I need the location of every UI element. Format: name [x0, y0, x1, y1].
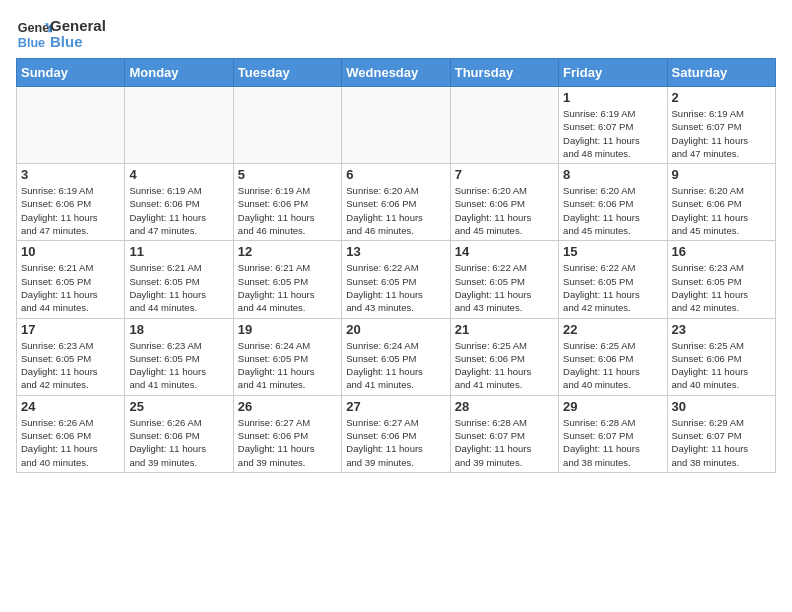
weekday-header-monday: Monday	[125, 59, 233, 87]
day-number: 2	[672, 90, 771, 105]
day-info: Sunrise: 6:20 AM Sunset: 6:06 PM Dayligh…	[563, 184, 662, 237]
day-info: Sunrise: 6:29 AM Sunset: 6:07 PM Dayligh…	[672, 416, 771, 469]
week-row-0: 1Sunrise: 6:19 AM Sunset: 6:07 PM Daylig…	[17, 87, 776, 164]
day-number: 29	[563, 399, 662, 414]
calendar: SundayMondayTuesdayWednesdayThursdayFrid…	[16, 58, 776, 473]
day-number: 1	[563, 90, 662, 105]
day-number: 11	[129, 244, 228, 259]
day-info: Sunrise: 6:22 AM Sunset: 6:05 PM Dayligh…	[455, 261, 554, 314]
day-info: Sunrise: 6:26 AM Sunset: 6:06 PM Dayligh…	[21, 416, 120, 469]
page: General Blue General Blue SundayMondayTu…	[0, 0, 792, 489]
day-info: Sunrise: 6:19 AM Sunset: 6:06 PM Dayligh…	[21, 184, 120, 237]
logo-icon: General Blue	[16, 16, 52, 52]
day-number: 23	[672, 322, 771, 337]
calendar-cell: 2Sunrise: 6:19 AM Sunset: 6:07 PM Daylig…	[667, 87, 775, 164]
day-number: 8	[563, 167, 662, 182]
day-number: 21	[455, 322, 554, 337]
calendar-cell: 13Sunrise: 6:22 AM Sunset: 6:05 PM Dayli…	[342, 241, 450, 318]
calendar-cell: 30Sunrise: 6:29 AM Sunset: 6:07 PM Dayli…	[667, 395, 775, 472]
day-number: 16	[672, 244, 771, 259]
day-info: Sunrise: 6:19 AM Sunset: 6:07 PM Dayligh…	[672, 107, 771, 160]
day-info: Sunrise: 6:20 AM Sunset: 6:06 PM Dayligh…	[672, 184, 771, 237]
day-number: 19	[238, 322, 337, 337]
day-info: Sunrise: 6:19 AM Sunset: 6:07 PM Dayligh…	[563, 107, 662, 160]
calendar-cell: 27Sunrise: 6:27 AM Sunset: 6:06 PM Dayli…	[342, 395, 450, 472]
day-number: 22	[563, 322, 662, 337]
day-info: Sunrise: 6:26 AM Sunset: 6:06 PM Dayligh…	[129, 416, 228, 469]
day-number: 12	[238, 244, 337, 259]
calendar-cell: 18Sunrise: 6:23 AM Sunset: 6:05 PM Dayli…	[125, 318, 233, 395]
day-info: Sunrise: 6:20 AM Sunset: 6:06 PM Dayligh…	[455, 184, 554, 237]
calendar-cell: 5Sunrise: 6:19 AM Sunset: 6:06 PM Daylig…	[233, 164, 341, 241]
weekday-header-friday: Friday	[559, 59, 667, 87]
day-info: Sunrise: 6:19 AM Sunset: 6:06 PM Dayligh…	[129, 184, 228, 237]
calendar-cell: 24Sunrise: 6:26 AM Sunset: 6:06 PM Dayli…	[17, 395, 125, 472]
weekday-header-row: SundayMondayTuesdayWednesdayThursdayFrid…	[17, 59, 776, 87]
calendar-cell: 26Sunrise: 6:27 AM Sunset: 6:06 PM Dayli…	[233, 395, 341, 472]
day-info: Sunrise: 6:27 AM Sunset: 6:06 PM Dayligh…	[238, 416, 337, 469]
calendar-cell: 29Sunrise: 6:28 AM Sunset: 6:07 PM Dayli…	[559, 395, 667, 472]
day-number: 3	[21, 167, 120, 182]
week-row-1: 3Sunrise: 6:19 AM Sunset: 6:06 PM Daylig…	[17, 164, 776, 241]
day-info: Sunrise: 6:24 AM Sunset: 6:05 PM Dayligh…	[346, 339, 445, 392]
day-number: 18	[129, 322, 228, 337]
day-number: 27	[346, 399, 445, 414]
calendar-cell: 7Sunrise: 6:20 AM Sunset: 6:06 PM Daylig…	[450, 164, 558, 241]
weekday-header-saturday: Saturday	[667, 59, 775, 87]
weekday-header-thursday: Thursday	[450, 59, 558, 87]
logo-general: General	[50, 18, 106, 35]
week-row-2: 10Sunrise: 6:21 AM Sunset: 6:05 PM Dayli…	[17, 241, 776, 318]
day-number: 5	[238, 167, 337, 182]
calendar-cell	[450, 87, 558, 164]
day-info: Sunrise: 6:21 AM Sunset: 6:05 PM Dayligh…	[21, 261, 120, 314]
calendar-cell	[125, 87, 233, 164]
day-number: 10	[21, 244, 120, 259]
calendar-cell: 19Sunrise: 6:24 AM Sunset: 6:05 PM Dayli…	[233, 318, 341, 395]
calendar-cell: 17Sunrise: 6:23 AM Sunset: 6:05 PM Dayli…	[17, 318, 125, 395]
day-number: 15	[563, 244, 662, 259]
day-info: Sunrise: 6:21 AM Sunset: 6:05 PM Dayligh…	[129, 261, 228, 314]
day-number: 4	[129, 167, 228, 182]
calendar-cell: 11Sunrise: 6:21 AM Sunset: 6:05 PM Dayli…	[125, 241, 233, 318]
logo-blue: Blue	[50, 34, 106, 51]
day-info: Sunrise: 6:22 AM Sunset: 6:05 PM Dayligh…	[346, 261, 445, 314]
day-number: 24	[21, 399, 120, 414]
day-number: 28	[455, 399, 554, 414]
day-number: 14	[455, 244, 554, 259]
day-number: 13	[346, 244, 445, 259]
day-info: Sunrise: 6:27 AM Sunset: 6:06 PM Dayligh…	[346, 416, 445, 469]
day-info: Sunrise: 6:20 AM Sunset: 6:06 PM Dayligh…	[346, 184, 445, 237]
calendar-cell	[233, 87, 341, 164]
calendar-cell: 23Sunrise: 6:25 AM Sunset: 6:06 PM Dayli…	[667, 318, 775, 395]
day-number: 9	[672, 167, 771, 182]
day-number: 25	[129, 399, 228, 414]
day-info: Sunrise: 6:22 AM Sunset: 6:05 PM Dayligh…	[563, 261, 662, 314]
calendar-cell: 4Sunrise: 6:19 AM Sunset: 6:06 PM Daylig…	[125, 164, 233, 241]
day-number: 20	[346, 322, 445, 337]
week-row-4: 24Sunrise: 6:26 AM Sunset: 6:06 PM Dayli…	[17, 395, 776, 472]
day-info: Sunrise: 6:25 AM Sunset: 6:06 PM Dayligh…	[563, 339, 662, 392]
day-info: Sunrise: 6:21 AM Sunset: 6:05 PM Dayligh…	[238, 261, 337, 314]
calendar-cell: 6Sunrise: 6:20 AM Sunset: 6:06 PM Daylig…	[342, 164, 450, 241]
calendar-cell: 9Sunrise: 6:20 AM Sunset: 6:06 PM Daylig…	[667, 164, 775, 241]
day-info: Sunrise: 6:23 AM Sunset: 6:05 PM Dayligh…	[672, 261, 771, 314]
day-info: Sunrise: 6:25 AM Sunset: 6:06 PM Dayligh…	[455, 339, 554, 392]
calendar-cell	[17, 87, 125, 164]
day-info: Sunrise: 6:24 AM Sunset: 6:05 PM Dayligh…	[238, 339, 337, 392]
week-row-3: 17Sunrise: 6:23 AM Sunset: 6:05 PM Dayli…	[17, 318, 776, 395]
day-number: 30	[672, 399, 771, 414]
calendar-cell: 22Sunrise: 6:25 AM Sunset: 6:06 PM Dayli…	[559, 318, 667, 395]
day-info: Sunrise: 6:23 AM Sunset: 6:05 PM Dayligh…	[21, 339, 120, 392]
calendar-cell: 3Sunrise: 6:19 AM Sunset: 6:06 PM Daylig…	[17, 164, 125, 241]
day-info: Sunrise: 6:23 AM Sunset: 6:05 PM Dayligh…	[129, 339, 228, 392]
calendar-cell: 25Sunrise: 6:26 AM Sunset: 6:06 PM Dayli…	[125, 395, 233, 472]
day-number: 17	[21, 322, 120, 337]
calendar-cell: 16Sunrise: 6:23 AM Sunset: 6:05 PM Dayli…	[667, 241, 775, 318]
svg-text:Blue: Blue	[18, 36, 45, 50]
weekday-header-tuesday: Tuesday	[233, 59, 341, 87]
calendar-cell: 28Sunrise: 6:28 AM Sunset: 6:07 PM Dayli…	[450, 395, 558, 472]
header: General Blue General Blue	[16, 16, 776, 52]
day-info: Sunrise: 6:25 AM Sunset: 6:06 PM Dayligh…	[672, 339, 771, 392]
weekday-header-sunday: Sunday	[17, 59, 125, 87]
calendar-cell: 20Sunrise: 6:24 AM Sunset: 6:05 PM Dayli…	[342, 318, 450, 395]
